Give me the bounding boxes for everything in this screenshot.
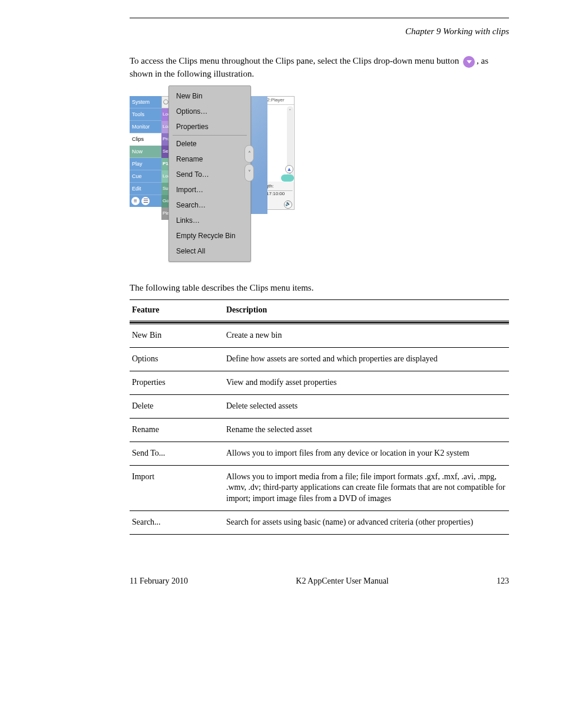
table-row: Send To... Allows you to import files fr… bbox=[130, 442, 509, 465]
menu-scroll-down[interactable]: ˅ bbox=[244, 164, 254, 182]
sidebar-item-system[interactable]: System bbox=[130, 96, 161, 108]
sidebar-icon-a[interactable]: ≡ bbox=[131, 197, 140, 205]
description-cell: Allows you to import media from a file; … bbox=[224, 465, 509, 511]
th-feature: Feature bbox=[130, 300, 224, 322]
chevron-up-icon: ˄ bbox=[289, 108, 292, 115]
chapter-title: Chapter 9 Working with clips bbox=[405, 25, 509, 37]
speaker-icon[interactable]: 🔊 bbox=[284, 200, 292, 209]
player-chip[interactable] bbox=[281, 174, 294, 182]
table-row: Rename Rename the selected asset bbox=[130, 418, 509, 442]
clips-menu-figure: System Tools Monitor Clips Now Play Cue … bbox=[130, 85, 295, 271]
footer-date: 11 February 2010 bbox=[130, 576, 188, 587]
menu-item-empty-recycle[interactable]: Empty Recycle Bin bbox=[170, 228, 249, 243]
table-row: Delete Delete selected assets bbox=[130, 394, 509, 418]
sidebar-icon-b[interactable]: ☰ bbox=[141, 197, 150, 205]
description-cell: Define how assets are sorted and which p… bbox=[224, 348, 509, 371]
menu-item-new-bin[interactable]: New Bin bbox=[170, 88, 249, 104]
page-header: Chapter 9 Working with clips bbox=[130, 25, 509, 37]
feature-cell: Options bbox=[130, 348, 224, 371]
menu-item-send-to[interactable]: Send To… bbox=[170, 167, 249, 182]
sidebar-item-tools[interactable]: Tools bbox=[130, 108, 161, 121]
page-footer: 11 February 2010 K2 AppCenter User Manua… bbox=[130, 576, 509, 587]
menu-item-import[interactable]: Import… bbox=[170, 182, 249, 197]
table-row: New Bin Create a new bin bbox=[130, 324, 509, 348]
clips-menu-table: Feature Description New Bin Create a new… bbox=[130, 299, 509, 535]
feature-cell: New Bin bbox=[130, 324, 224, 348]
menu-item-rename[interactable]: Rename bbox=[170, 151, 249, 167]
description-cell: Create a new bin bbox=[224, 324, 509, 348]
sidebar-item-play[interactable]: Play bbox=[130, 158, 161, 170]
description-cell: Allows you to import files from any devi… bbox=[224, 442, 509, 465]
feature-cell: Delete bbox=[130, 394, 224, 418]
footer-product: K2 AppCenter User Manual bbox=[296, 576, 388, 587]
intro-paragraph: To access the Clips menu throughout the … bbox=[130, 55, 509, 80]
sidebar-item-cue[interactable]: Cue bbox=[130, 170, 161, 183]
description-cell: Delete selected assets bbox=[224, 394, 509, 418]
description-cell: View and modify asset properties bbox=[224, 371, 509, 394]
menu-item-delete[interactable]: Delete bbox=[170, 136, 249, 151]
feature-cell: Import bbox=[130, 465, 224, 511]
table-row: Properties View and modify asset propert… bbox=[130, 371, 509, 394]
th-description: Description bbox=[224, 300, 509, 322]
table-row: Options Define how assets are sorted and… bbox=[130, 348, 509, 371]
clips-dropdown-menu: New Bin Options… Properties Delete Renam… bbox=[168, 85, 251, 262]
feature-cell: Search... bbox=[130, 511, 224, 535]
menu-separator bbox=[173, 135, 247, 136]
footer-page: 123 bbox=[497, 576, 509, 587]
menu-item-properties[interactable]: Properties bbox=[170, 119, 249, 134]
menu-item-search[interactable]: Search… bbox=[170, 197, 249, 213]
table-row: Import Allows you to import media from a… bbox=[130, 465, 509, 511]
player-eject-icon[interactable]: ▲ bbox=[285, 165, 293, 173]
sidebar-iconrow: ≡ ☰ bbox=[130, 195, 161, 207]
feature-cell: Rename bbox=[130, 418, 224, 442]
table-row: Search... Search for assets using basic … bbox=[130, 511, 509, 535]
sidebar-item-edit[interactable]: Edit bbox=[130, 183, 161, 195]
dropdown-icon bbox=[463, 56, 475, 68]
menu-scroll-up[interactable]: ˄ bbox=[244, 145, 254, 163]
menu-item-links[interactable]: Links… bbox=[170, 213, 249, 228]
sidebar-item-monitor[interactable]: Monitor bbox=[130, 121, 161, 133]
menu-item-options[interactable]: Options… bbox=[170, 104, 249, 119]
intro-text: To access the Clips menu throughout the … bbox=[130, 56, 459, 65]
sidebar-item-clips[interactable]: Clips bbox=[130, 133, 161, 146]
description-cell: Rename the selected asset bbox=[224, 418, 509, 442]
menu-item-select-all[interactable]: Select All bbox=[170, 243, 249, 259]
table-intro: The following table describes the Clips … bbox=[130, 282, 509, 294]
feature-cell: Send To... bbox=[130, 442, 224, 465]
sidebar: System Tools Monitor Clips Now Play Cue … bbox=[130, 96, 161, 207]
description-cell: Search for assets using basic (name) or … bbox=[224, 511, 509, 535]
feature-cell: Properties bbox=[130, 371, 224, 394]
sidebar-item-now[interactable]: Now bbox=[130, 146, 161, 158]
